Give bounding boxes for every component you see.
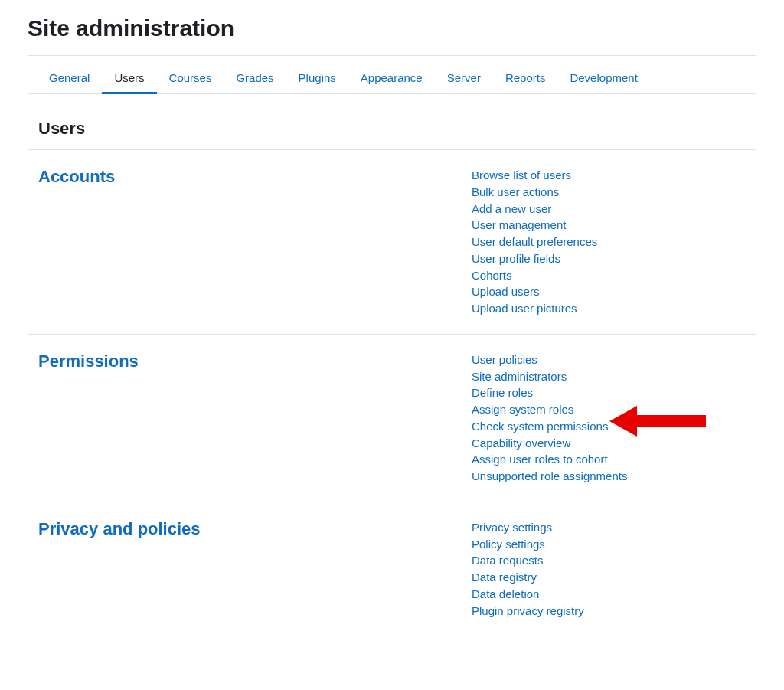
tab-appearance[interactable]: Appearance: [348, 64, 435, 93]
tab-server[interactable]: Server: [435, 64, 493, 93]
link-data-registry[interactable]: Data registry: [472, 569, 756, 586]
link-check-system-permissions[interactable]: Check system permissions: [472, 418, 756, 435]
link-data-requests[interactable]: Data requests: [472, 552, 756, 569]
link-cohorts[interactable]: Cohorts: [472, 267, 756, 284]
link-add-a-new-user[interactable]: Add a new user: [472, 201, 756, 217]
tab-users[interactable]: Users: [102, 64, 156, 93]
page-title: Site administration: [28, 15, 756, 56]
link-site-administrators[interactable]: Site administrators: [472, 368, 756, 385]
tab-courses[interactable]: Courses: [157, 64, 224, 93]
category-block: AccountsBrowse list of usersBulk user ac…: [28, 150, 756, 335]
category-heading-privacy-and-policies[interactable]: Privacy and policies: [38, 519, 472, 539]
link-define-roles[interactable]: Define roles: [472, 384, 756, 401]
link-privacy-settings[interactable]: Privacy settings: [472, 519, 756, 536]
link-browse-list-of-users[interactable]: Browse list of users: [472, 167, 756, 184]
link-user-profile-fields[interactable]: User profile fields: [472, 250, 756, 267]
category-block: PermissionsUser policiesSite administrat…: [28, 335, 756, 502]
admin-tabs: GeneralUsersCoursesGradesPluginsAppearan…: [28, 56, 756, 94]
link-capability-overview[interactable]: Capability overview: [472, 435, 756, 452]
tab-plugins[interactable]: Plugins: [286, 64, 348, 93]
link-data-deletion[interactable]: Data deletion: [472, 586, 756, 603]
tab-reports[interactable]: Reports: [493, 64, 558, 93]
link-unsupported-role-assignments[interactable]: Unsupported role assignments: [472, 468, 756, 485]
category-block: Privacy and policiesPrivacy settingsPoli…: [28, 502, 756, 636]
section-title: Users: [28, 94, 756, 150]
link-user-default-preferences[interactable]: User default preferences: [472, 234, 756, 250]
link-upload-user-pictures[interactable]: Upload user pictures: [472, 300, 756, 317]
category-heading-accounts[interactable]: Accounts: [38, 167, 472, 187]
link-upload-users[interactable]: Upload users: [472, 283, 756, 300]
tab-general[interactable]: General: [37, 64, 102, 93]
link-assign-user-roles-to-cohort[interactable]: Assign user roles to cohort: [472, 451, 756, 468]
tab-development[interactable]: Development: [557, 64, 649, 93]
tab-grades[interactable]: Grades: [224, 64, 286, 93]
category-heading-permissions[interactable]: Permissions: [38, 352, 472, 371]
link-user-management[interactable]: User management: [472, 217, 756, 234]
link-user-policies[interactable]: User policies: [472, 352, 756, 368]
link-plugin-privacy-registry[interactable]: Plugin privacy registry: [472, 603, 756, 620]
link-policy-settings[interactable]: Policy settings: [472, 536, 756, 553]
link-bulk-user-actions[interactable]: Bulk user actions: [472, 184, 756, 201]
link-assign-system-roles[interactable]: Assign system roles: [472, 401, 756, 418]
